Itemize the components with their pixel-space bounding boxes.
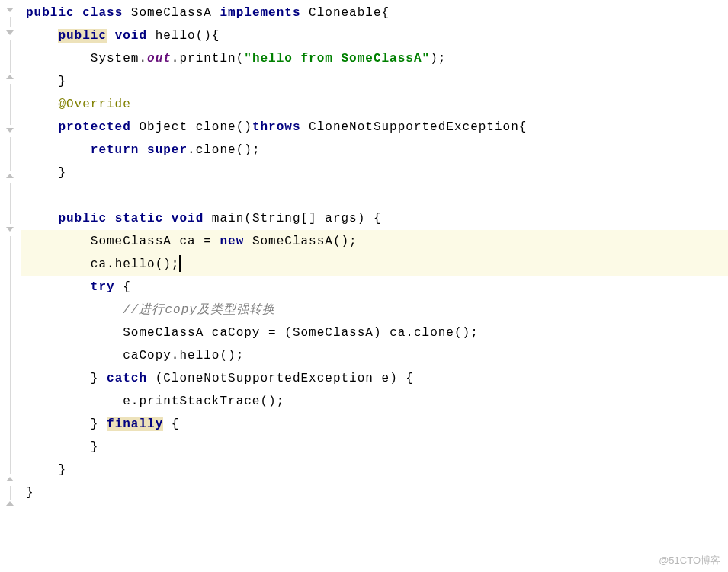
method-name: hello	[156, 29, 196, 43]
annotation: @Override	[58, 97, 130, 111]
brace: {	[212, 29, 220, 43]
var-name: e	[123, 395, 131, 408]
cast-type: SomeClassA	[293, 326, 374, 340]
fold-icon[interactable]	[6, 174, 14, 178]
fold-icon[interactable]	[6, 227, 14, 232]
code-line: }	[21, 459, 728, 481]
keyword: void	[115, 29, 147, 43]
brace: {	[123, 280, 131, 294]
keyword: void	[172, 212, 204, 225]
method-name: hello	[179, 349, 220, 363]
brace: }	[58, 463, 66, 477]
code-line: }	[21, 161, 728, 184]
return-type: Object	[139, 120, 188, 134]
var-name: ca	[390, 326, 406, 340]
code-line: caCopy.hello();	[21, 344, 728, 367]
keyword: new	[220, 235, 244, 248]
code-line: public void hello(){	[21, 24, 728, 47]
assign: =	[204, 235, 212, 248]
code-line: } catch (CloneNotSupportedException e) {	[21, 367, 728, 390]
paren: );	[430, 52, 446, 66]
paren: (	[284, 326, 293, 340]
fold-icon[interactable]	[6, 501, 14, 506]
identifier: System	[91, 52, 140, 66]
code-line: }	[21, 436, 728, 459]
method-name: clone	[414, 326, 454, 340]
punct: ();	[220, 349, 244, 363]
var-name: ca	[91, 257, 107, 271]
fold-icon[interactable]	[6, 128, 14, 133]
method-name: main	[212, 212, 244, 225]
method-name: clone	[196, 143, 236, 157]
code-area[interactable]: public class SomeClassA implements Clone…	[21, 0, 728, 572]
fold-line	[10, 183, 11, 224]
var-name: caCopy	[212, 326, 261, 340]
brace: {	[519, 120, 528, 134]
static-field: out	[147, 52, 172, 66]
code-editor[interactable]: public class SomeClassA implements Clone…	[0, 0, 728, 572]
brace: {	[382, 6, 390, 20]
code-line: @Override	[21, 93, 728, 116]
punct: ();	[333, 235, 358, 248]
paren: )	[374, 326, 382, 340]
brace: }	[91, 417, 99, 431]
brace: {	[172, 417, 180, 431]
assign: =	[268, 326, 277, 340]
keyword: public	[26, 6, 75, 20]
fold-icon[interactable]	[6, 75, 14, 79]
dot: .	[131, 395, 140, 408]
var-type: SomeClassA	[91, 235, 172, 248]
method-name: printStackTrace	[139, 395, 260, 408]
dot: .	[172, 52, 180, 66]
dot: .	[188, 143, 196, 157]
string-literal: "hello from SomeClassA"	[244, 52, 430, 66]
code-line: SomeClassA ca = new SomeClassA();	[21, 230, 728, 253]
code-line: }	[21, 70, 728, 93]
fold-line	[10, 17, 11, 27]
brace: }	[58, 75, 66, 88]
watermark: @51CTO博客	[659, 554, 720, 567]
keyword: try	[91, 280, 115, 294]
parens: ()	[236, 120, 252, 134]
paren: (	[244, 212, 252, 225]
method-name: clone	[196, 120, 236, 134]
keyword: class	[82, 6, 123, 20]
keyword: protected	[58, 120, 130, 134]
keyword: public	[58, 29, 107, 43]
param-type: String[]	[252, 212, 317, 225]
var-type: SomeClassA	[123, 326, 204, 340]
keyword: super	[147, 143, 188, 157]
code-line: e.printStackTrace();	[21, 390, 728, 413]
keyword: throws	[252, 120, 301, 134]
param-name: args	[325, 212, 357, 225]
code-line: } finally {	[21, 413, 728, 436]
keyword: static	[115, 212, 164, 225]
punct: ();	[236, 143, 261, 157]
dot: .	[107, 257, 115, 271]
punct: ();	[454, 326, 479, 340]
code-line: ca.hello();	[21, 253, 728, 276]
fold-icon[interactable]	[6, 477, 14, 481]
code-line: SomeClassA caCopy = (SomeClassA) ca.clon…	[21, 321, 728, 344]
class-name: SomeClassA	[131, 6, 212, 20]
fold-icon[interactable]	[6, 30, 14, 35]
code-line: return super.clone();	[21, 139, 728, 161]
var-name: caCopy	[123, 349, 172, 363]
exception-type: CloneNotSupportedException	[163, 372, 374, 385]
fold-line	[10, 486, 11, 500]
fold-icon[interactable]	[6, 8, 14, 12]
comment: //进行copy及类型强转换	[123, 303, 275, 317]
punct: ();	[260, 395, 284, 408]
interface-name: Cloneable	[309, 6, 381, 20]
code-line: public class SomeClassA implements Clone…	[21, 2, 728, 24]
constructor: SomeClassA	[252, 235, 333, 248]
fold-line	[10, 236, 11, 474]
paren: (	[236, 52, 245, 66]
dot: .	[172, 349, 180, 363]
code-line: protected Object clone()throws CloneNotS…	[21, 116, 728, 139]
text-cursor	[179, 255, 181, 272]
code-line: //进行copy及类型强转换	[21, 299, 728, 321]
var-name: e	[382, 372, 390, 385]
brace: }	[26, 486, 34, 500]
exception-type: CloneNotSupportedException	[309, 120, 519, 134]
